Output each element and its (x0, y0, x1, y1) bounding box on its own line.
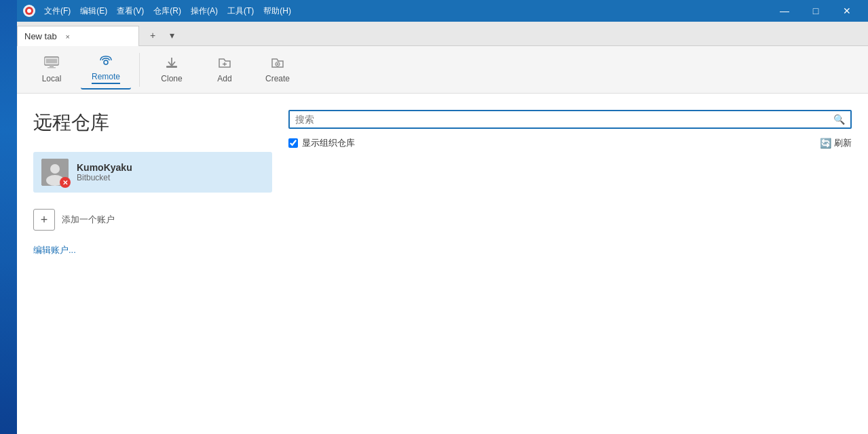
filter-label-text: 显示组织仓库 (302, 137, 355, 149)
search-box: 🔍 (288, 110, 852, 129)
toolbar-remote[interactable]: Remote (81, 50, 131, 90)
left-panel: 远程仓库 ✕ KumoKyaku Bitbucket (17, 94, 288, 434)
svg-rect-5 (46, 59, 57, 63)
show-org-repos-checkbox[interactable] (288, 138, 298, 148)
menu-repo[interactable]: 仓库(R) (149, 4, 185, 18)
add-account-icon: + (33, 209, 55, 231)
refresh-button[interactable]: 🔄 刷新 (820, 137, 852, 149)
edit-accounts-link[interactable]: 编辑账户... (33, 244, 272, 256)
menu-bar: 文件(F) 编辑(E) 查看(V) 仓库(R) 操作(A) 工具(T) 帮助(H… (40, 4, 769, 18)
add-account-label: 添加一个账户 (62, 214, 115, 226)
desktop-sidebar (0, 0, 17, 434)
local-icon (43, 56, 60, 71)
create-icon (270, 56, 285, 71)
menu-edit[interactable]: 编辑(E) (76, 4, 111, 18)
refresh-label: 刷新 (834, 137, 852, 149)
tab-dropdown-button[interactable]: ▾ (164, 27, 180, 43)
page-title: 远程仓库 (33, 110, 272, 136)
close-button[interactable]: ✕ (831, 0, 863, 22)
app-logo (22, 4, 36, 18)
add-account-button[interactable]: + 添加一个账户 (33, 203, 272, 236)
app-window: 文件(F) 编辑(E) 查看(V) 仓库(R) 操作(A) 工具(T) 帮助(H… (17, 0, 868, 434)
tab-bar: New tab × + ▾ (17, 22, 868, 46)
menu-tools[interactable]: 工具(T) (223, 4, 258, 18)
new-tab-button[interactable]: + (145, 27, 161, 43)
window-controls: — □ ✕ (769, 0, 863, 22)
new-tab[interactable]: New tab × (17, 26, 139, 46)
toolbar: Local Remote Clone (17, 46, 868, 94)
clone-label: Clone (161, 74, 182, 83)
toolbar-create[interactable]: Create (254, 52, 301, 87)
remote-label: Remote (92, 72, 120, 84)
svg-point-17 (50, 164, 60, 174)
account-type: Bitbucket (77, 173, 132, 182)
toolbar-clone[interactable]: Clone (148, 52, 195, 87)
svg-point-2 (27, 9, 31, 13)
title-bar: 文件(F) 编辑(E) 查看(V) 仓库(R) 操作(A) 工具(T) 帮助(H… (17, 0, 868, 22)
avatar-error-badge: ✕ (60, 177, 71, 188)
toolbar-local[interactable]: Local (28, 52, 75, 87)
right-panel: 🔍 显示组织仓库 🔄 刷新 (288, 94, 868, 434)
menu-actions[interactable]: 操作(A) (187, 4, 222, 18)
svg-rect-6 (50, 65, 54, 67)
toolbar-separator (139, 53, 140, 87)
add-icon (217, 56, 232, 71)
clone-icon (164, 56, 179, 71)
remote-icon (98, 54, 114, 69)
content-area: 远程仓库 ✕ KumoKyaku Bitbucket (17, 94, 868, 434)
tab-close-button[interactable]: × (62, 31, 73, 42)
filter-row: 显示组织仓库 🔄 刷新 (288, 137, 852, 149)
local-label: Local (42, 74, 62, 83)
account-info: KumoKyaku Bitbucket (77, 162, 132, 182)
toolbar-add[interactable]: Add (201, 52, 248, 87)
account-item[interactable]: ✕ KumoKyaku Bitbucket (33, 152, 272, 193)
svg-rect-10 (166, 66, 177, 68)
svg-rect-7 (48, 67, 56, 68)
maximize-button[interactable]: □ (800, 0, 831, 22)
search-icon: 🔍 (833, 114, 845, 125)
create-label: Create (265, 74, 290, 83)
tab-actions: + ▾ (139, 25, 185, 45)
menu-file[interactable]: 文件(F) (40, 4, 75, 18)
show-org-repos-label[interactable]: 显示组织仓库 (288, 137, 355, 149)
minimize-button[interactable]: — (769, 0, 800, 22)
svg-point-8 (104, 60, 108, 64)
add-label: Add (217, 74, 231, 83)
menu-help[interactable]: 帮助(H) (259, 4, 295, 18)
avatar: ✕ (41, 159, 69, 186)
tab-label: New tab (24, 31, 57, 41)
account-name: KumoKyaku (77, 162, 132, 173)
search-input[interactable] (295, 114, 833, 125)
refresh-icon: 🔄 (820, 138, 831, 149)
menu-view[interactable]: 查看(V) (113, 4, 148, 18)
